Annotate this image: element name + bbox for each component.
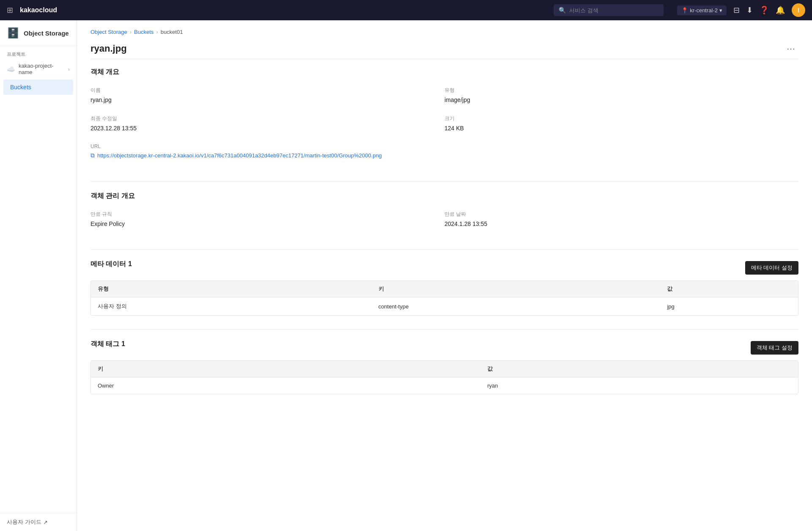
breadcrumb-object-storage[interactable]: Object Storage	[91, 29, 127, 35]
sidebar-project-name: kakao-project-name	[19, 63, 65, 75]
help-icon-button[interactable]: ❓	[760, 6, 769, 15]
grid-icon[interactable]: ⊞	[7, 6, 13, 15]
object-overview-grid: 이름 ryan.jpg 유형 image/jpg 최종 수정일 2023.12.…	[91, 83, 798, 168]
layout-icon-button[interactable]: ⊟	[733, 6, 740, 15]
type-field: 유형 image/jpg	[444, 83, 798, 112]
object-management-title: 객체 관리 개요	[91, 192, 798, 201]
cloud-icon: ☁️	[7, 65, 15, 73]
metadata-title: 메타 데이터 1	[91, 260, 132, 269]
type-label: 유형	[444, 87, 798, 94]
object-tags-section-header: 객체 태그 1 객체 태그 설정	[91, 340, 798, 355]
object-overview-section: 객체 개요 이름 ryan.jpg 유형 image/jpg 최종 수정일 20…	[91, 68, 798, 168]
sidebar-service-header: 🗄️ Object Storage	[0, 20, 77, 46]
expire-policy-value: Expire Policy	[91, 220, 444, 227]
sidebar-section-label: 프로젝트	[0, 46, 77, 59]
metadata-settings-button[interactable]: 메타 데이터 설정	[745, 261, 798, 275]
breadcrumb-sep-1: ›	[130, 29, 132, 35]
object-overview-title: 객체 개요	[91, 68, 798, 77]
object-tags-table: 키 값 Owner ryan	[91, 361, 798, 394]
breadcrumb: Object Storage › Buckets › bucket01	[91, 29, 798, 35]
notifications-icon-button[interactable]: 🔔	[776, 6, 785, 15]
size-label: 크기	[444, 115, 798, 122]
page-title: ryan.jpg	[91, 43, 127, 54]
metadata-section: 메타 데이터 1 메타 데이터 설정 유형 키 값 사용자 정의 content…	[91, 260, 798, 316]
metadata-col-value: 값	[660, 281, 798, 297]
main-content: Object Storage › Buckets › bucket01 ryan…	[77, 20, 812, 531]
type-value: image/jpg	[444, 96, 798, 103]
sidebar-item-buckets[interactable]: Buckets	[3, 80, 73, 95]
tags-col-value: 값	[480, 361, 798, 377]
expire-policy-field: 만료 규칙 Expire Policy	[91, 207, 444, 236]
metadata-row-value: jpg	[660, 297, 798, 316]
name-label: 이름	[91, 87, 444, 94]
url-label: URL	[91, 143, 798, 149]
tags-row-value: ryan	[480, 377, 798, 394]
table-row: Owner ryan	[91, 377, 798, 394]
breadcrumb-sep-2: ›	[156, 29, 158, 35]
last-modified-value: 2023.12.28 13:55	[91, 125, 444, 132]
object-tags-table-body: Owner ryan	[91, 377, 798, 394]
logo: kakaocloud	[20, 6, 57, 14]
object-storage-icon: 🗄️	[7, 27, 19, 39]
tags-col-key: 키	[91, 361, 480, 377]
sidebar: 🗄️ Object Storage 프로젝트 ☁️ kakao-project-…	[0, 20, 77, 531]
url-field: URL ⧉ https://objectstorage.kr-central-2…	[91, 140, 798, 168]
url-value: https://objectstorage.kr-central-2.kakao…	[97, 152, 382, 159]
tags-row-key: Owner	[91, 377, 480, 394]
metadata-section-header: 메타 데이터 1 메타 데이터 설정	[91, 260, 798, 275]
search-bar[interactable]: 🔍	[554, 4, 664, 16]
more-options-button[interactable]: ⋯	[783, 42, 798, 55]
object-tags-settings-button[interactable]: 객체 태그 설정	[751, 341, 798, 355]
header-divider	[91, 59, 798, 59]
location-icon: 📍	[681, 7, 688, 14]
metadata-col-type: 유형	[91, 281, 372, 297]
object-management-section: 객체 관리 개요 만료 규칙 Expire Policy 만료 날짜 2024.…	[91, 192, 798, 236]
metadata-row-type: 사용자 정의	[91, 297, 372, 316]
top-navigation: ⊞ kakaocloud 🔍 📍 kr-central-2 ▾ ⊟ ⬇ ❓ 🔔 …	[0, 0, 812, 20]
download-icon-button[interactable]: ⬇	[746, 6, 753, 15]
metadata-table-body: 사용자 정의 content-type jpg	[91, 297, 798, 316]
search-input[interactable]	[569, 7, 654, 14]
sidebar-service-name: Object Storage	[24, 30, 69, 37]
sidebar-project-item[interactable]: ☁️ kakao-project-name ›	[0, 59, 77, 79]
expire-date-label: 만료 날짜	[444, 211, 798, 218]
expire-date-value: 2024.1.28 13:55	[444, 220, 798, 227]
object-management-grid: 만료 규칙 Expire Policy 만료 날짜 2024.1.28 13:5…	[91, 207, 798, 236]
section-divider-2	[91, 249, 798, 250]
last-modified-field: 최종 수정일 2023.12.28 13:55	[91, 112, 444, 140]
metadata-table-wrapper: 유형 키 값 사용자 정의 content-type jpg	[91, 281, 798, 316]
breadcrumb-buckets[interactable]: Buckets	[134, 29, 154, 35]
size-value: 124 KB	[444, 125, 798, 132]
table-row: 사용자 정의 content-type jpg	[91, 297, 798, 316]
object-tags-table-head: 키 값	[91, 361, 798, 377]
region-label: kr-central-2	[690, 7, 718, 14]
size-field: 크기 124 KB	[444, 112, 798, 140]
url-link[interactable]: ⧉ https://objectstorage.kr-central-2.kak…	[91, 152, 798, 159]
copy-icon: ⧉	[91, 152, 95, 159]
expire-policy-label: 만료 규칙	[91, 211, 444, 218]
breadcrumb-current: bucket01	[161, 29, 183, 35]
metadata-col-key: 키	[372, 281, 661, 297]
region-selector[interactable]: 📍 kr-central-2 ▾	[677, 6, 727, 15]
sidebar-item-buckets-label: Buckets	[10, 84, 31, 91]
user-guide-label: 사용자 가이드	[7, 518, 41, 526]
last-modified-label: 최종 수정일	[91, 115, 444, 122]
object-tags-table-wrapper: 키 값 Owner ryan	[91, 360, 798, 394]
user-guide-link[interactable]: 사용자 가이드 ↗	[7, 518, 70, 526]
metadata-table-head: 유형 키 값	[91, 281, 798, 297]
chevron-right-icon: ›	[68, 66, 70, 72]
name-value: ryan.jpg	[91, 96, 444, 103]
search-icon: 🔍	[559, 7, 566, 14]
object-tags-section: 객체 태그 1 객체 태그 설정 키 값 Owner ryan	[91, 340, 798, 394]
chevron-down-icon: ▾	[719, 7, 722, 14]
avatar[interactable]: I	[792, 3, 805, 17]
nav-right: 📍 kr-central-2 ▾ ⊟ ⬇ ❓ 🔔 I	[677, 3, 805, 17]
section-divider-1	[91, 181, 798, 182]
metadata-table: 유형 키 값 사용자 정의 content-type jpg	[91, 281, 798, 315]
section-divider-3	[91, 329, 798, 330]
name-field: 이름 ryan.jpg	[91, 83, 444, 112]
expire-date-field: 만료 날짜 2024.1.28 13:55	[444, 207, 798, 236]
page-header: ryan.jpg ⋯	[91, 42, 798, 55]
external-link-icon: ↗	[43, 519, 48, 525]
metadata-row-key: content-type	[372, 297, 661, 316]
